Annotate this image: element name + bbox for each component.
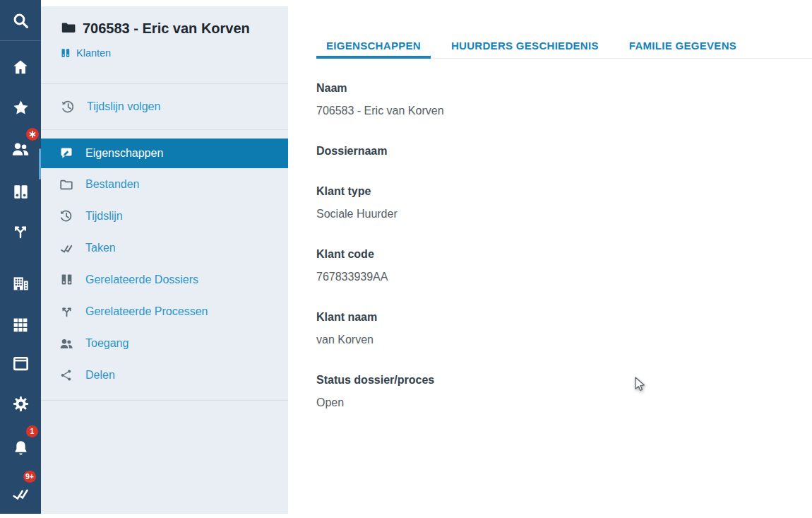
people-icon [59,336,73,351]
sidebar-item-gerelateerde-processen[interactable]: Gerelateerde Processen [41,295,288,327]
sidebar-item-label: Bestanden [85,178,140,191]
history-icon [61,100,76,114]
tasks-icon[interactable]: 9+ [0,478,41,509]
field-value: Open [316,396,812,409]
tasks-badge: 9+ [23,471,36,483]
people-icon[interactable] [0,133,41,164]
page: { "colors": { "iconbar_bg": "#27496c", "… [0,0,812,518]
notifications-badge: 1 [26,425,38,437]
sidebar-item-eigenschappen[interactable]: Eigenschappen [41,139,288,168]
field-klant-naam: Klant naam van Korven [316,310,812,346]
folder-icon [61,20,76,35]
properties-edit-bubble-icon [59,146,73,160]
organisations-icon[interactable] [0,267,41,298]
dossier-title-text: 706583 - Eric van Korven [83,20,250,36]
field-naam: Naam 706583 - Eric van Korven [316,81,812,117]
star-icon[interactable] [0,92,41,123]
breadcrumb-label: Klanten [76,47,111,59]
dossier-title: 706583 - Eric van Korven [61,18,274,39]
notifications-icon[interactable]: 1 [0,432,41,463]
follow-timeline-button[interactable]: Tijdslijn volgen [41,84,288,129]
apps-icon[interactable] [0,310,41,341]
tab-huurders-geschiedenis[interactable]: HUURDERS GESCHIEDENIS [441,33,609,58]
field-klant-type: Klant type Sociale Huurder [316,184,812,220]
field-label: Status dossier/proces [316,373,812,387]
sidebar-gap [41,130,288,139]
sidebar-item-label: Gerelateerde Processen [85,305,208,318]
sidebar-header: 706583 - Eric van Korven Klanten [41,6,288,59]
field-label: Klant naam [316,310,812,324]
field-label: Naam [316,81,812,95]
sidebar-item-label: Delen [85,369,115,382]
field-value: van Korven [316,333,812,346]
main-content: EIGENSCHAPPEN HUURDERS GESCHIEDENIS FAMI… [288,0,812,518]
field-label: Klant code [316,247,812,261]
history-icon [59,209,73,223]
double-check-icon [59,241,73,255]
share-icon [59,369,73,382]
field-status-dossier-proces: Status dossier/proces Open [316,373,812,409]
fields-list: Naam 706583 - Eric van Korven Dossiernaa… [316,81,812,409]
sidebar-menu: Eigenschappen Bestanden Tijdslijn Taken … [41,139,288,391]
people-asterisk-badge [26,128,39,141]
home-icon[interactable] [0,52,41,83]
app-iconbar: 1 9+ [0,0,41,514]
field-klant-code: Klant code 767833939AA [316,247,812,283]
search-icon[interactable] [0,5,41,36]
sidebar-divider [41,400,288,401]
breadcrumb-klanten[interactable]: Klanten [61,47,274,59]
sidebar-item-label: Tijdslijn [85,210,123,223]
field-value: 767833939AA [316,270,812,283]
sidebar-item-label: Eigenschappen [85,147,163,160]
field-value: Sociale Huurder [316,207,812,220]
sidebar-item-label: Toegang [85,337,129,350]
sidebar-item-delen[interactable]: Delen [41,359,288,391]
processes-icon[interactable] [0,216,41,247]
sidebar-item-bestanden[interactable]: Bestanden [41,168,288,200]
field-value: 706583 - Eric van Korven [316,104,812,117]
sidebar: 706583 - Eric van Korven Klanten Tijdsli… [41,6,288,514]
sidebar-item-toegang[interactable]: Toegang [41,327,288,359]
sidebar-item-gerelateerde-dossiers[interactable]: Gerelateerde Dossiers [41,264,288,295]
iconbar-divider [0,40,41,41]
sidebar-item-taken[interactable]: Taken [41,232,288,264]
sidebar-item-label: Taken [85,242,116,254]
binders-icon [59,273,73,286]
mouse-cursor [635,377,645,395]
klanten-binders-icon [61,48,71,58]
branch-icon [59,305,73,318]
dossiers-icon[interactable] [0,176,41,207]
field-dossiernaam: Dossiernaam [316,144,812,158]
follow-timeline-label: Tijdslijn volgen [87,100,160,113]
tab-familie-gegevens[interactable]: FAMILIE GEGEVENS [619,33,746,58]
calendar-icon[interactable] [0,347,41,378]
sidebar-item-tijdslijn[interactable]: Tijdslijn [41,200,288,232]
folder-outline-icon [59,177,73,192]
field-label: Dossiernaam [316,144,812,158]
tabbar: EIGENSCHAPPEN HUURDERS GESCHIEDENIS FAMI… [316,33,812,59]
settings-icon[interactable] [0,388,41,419]
sidebar-item-label: Gerelateerde Dossiers [85,273,198,286]
tab-eigenschappen[interactable]: EIGENSCHAPPEN [316,33,431,58]
field-label: Klant type [316,184,812,198]
